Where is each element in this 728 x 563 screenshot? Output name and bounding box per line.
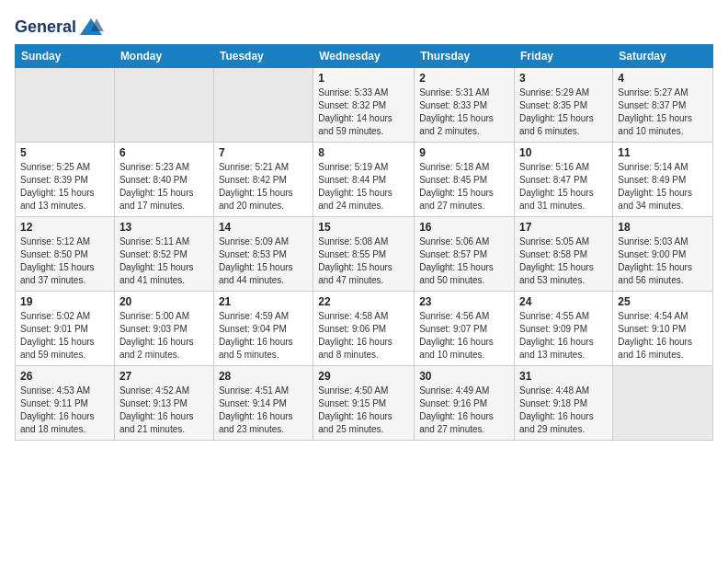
- day-number: 27: [119, 370, 209, 383]
- calendar-cell: 20Sunrise: 5:00 AMSunset: 9:03 PMDayligh…: [114, 292, 213, 366]
- weekday-header-thursday: Thursday: [415, 45, 515, 68]
- calendar-cell: 6Sunrise: 5:23 AMSunset: 8:40 PMDaylight…: [114, 143, 213, 217]
- day-info: Sunrise: 5:23 AMSunset: 8:40 PMDaylight:…: [119, 161, 209, 213]
- day-info: Sunrise: 4:50 AMSunset: 9:15 PMDaylight:…: [318, 385, 409, 436]
- day-info: Sunrise: 4:52 AMSunset: 9:13 PMDaylight:…: [119, 385, 209, 436]
- calendar-cell: 12Sunrise: 5:12 AMSunset: 8:50 PMDayligh…: [16, 217, 115, 292]
- calendar-cell: 4Sunrise: 5:27 AMSunset: 8:37 PMDaylight…: [613, 68, 713, 143]
- day-info: Sunrise: 5:33 AMSunset: 8:32 PMDaylight:…: [318, 86, 409, 138]
- day-info: Sunrise: 5:14 AMSunset: 8:49 PMDaylight:…: [618, 161, 708, 213]
- day-number: 5: [20, 146, 109, 159]
- calendar-cell: 16Sunrise: 5:06 AMSunset: 8:57 PMDayligh…: [415, 217, 515, 292]
- day-info: Sunrise: 5:27 AMSunset: 8:37 PMDaylight:…: [618, 86, 708, 138]
- day-info: Sunrise: 5:12 AMSunset: 8:50 PMDaylight:…: [20, 236, 109, 287]
- day-number: 3: [519, 72, 608, 85]
- day-number: 14: [219, 221, 308, 234]
- day-info: Sunrise: 4:53 AMSunset: 9:11 PMDaylight:…: [20, 385, 109, 436]
- day-info: Sunrise: 5:16 AMSunset: 8:47 PMDaylight:…: [519, 161, 608, 213]
- day-number: 19: [20, 295, 109, 308]
- weekday-header-tuesday: Tuesday: [213, 45, 313, 68]
- day-info: Sunrise: 5:00 AMSunset: 9:03 PMDaylight:…: [119, 310, 209, 362]
- day-info: Sunrise: 5:09 AMSunset: 8:53 PMDaylight:…: [219, 236, 308, 287]
- calendar-cell: 18Sunrise: 5:03 AMSunset: 9:00 PMDayligh…: [613, 217, 713, 292]
- day-info: Sunrise: 5:18 AMSunset: 8:45 PMDaylight:…: [419, 161, 509, 213]
- day-info: Sunrise: 4:58 AMSunset: 9:06 PMDaylight:…: [318, 310, 409, 362]
- day-number: 28: [219, 370, 308, 383]
- calendar-cell: 15Sunrise: 5:08 AMSunset: 8:55 PMDayligh…: [313, 217, 415, 292]
- day-info: Sunrise: 5:05 AMSunset: 8:58 PMDaylight:…: [519, 236, 608, 287]
- calendar-cell: 31Sunrise: 4:48 AMSunset: 9:18 PMDayligh…: [515, 366, 613, 441]
- day-info: Sunrise: 4:51 AMSunset: 9:14 PMDaylight:…: [219, 385, 308, 436]
- day-info: Sunrise: 5:19 AMSunset: 8:44 PMDaylight:…: [318, 161, 409, 213]
- day-number: 29: [318, 370, 409, 383]
- calendar-cell: 28Sunrise: 4:51 AMSunset: 9:14 PMDayligh…: [213, 366, 313, 441]
- calendar-cell: 3Sunrise: 5:29 AMSunset: 8:35 PMDaylight…: [515, 68, 613, 143]
- day-number: 24: [519, 295, 608, 308]
- day-info: Sunrise: 5:06 AMSunset: 8:57 PMDaylight:…: [419, 236, 509, 287]
- day-info: Sunrise: 4:48 AMSunset: 9:18 PMDaylight:…: [519, 385, 608, 436]
- calendar-cell: 21Sunrise: 4:59 AMSunset: 9:04 PMDayligh…: [213, 292, 313, 366]
- day-number: 31: [519, 370, 608, 383]
- calendar-cell: 19Sunrise: 5:02 AMSunset: 9:01 PMDayligh…: [16, 292, 115, 366]
- calendar-cell: 13Sunrise: 5:11 AMSunset: 8:52 PMDayligh…: [114, 217, 213, 292]
- calendar-cell: 1Sunrise: 5:33 AMSunset: 8:32 PMDaylight…: [313, 68, 415, 143]
- calendar-cell: [613, 366, 713, 441]
- weekday-header-wednesday: Wednesday: [313, 45, 415, 68]
- day-number: 7: [219, 146, 308, 159]
- calendar-cell: 24Sunrise: 4:55 AMSunset: 9:09 PMDayligh…: [515, 292, 613, 366]
- calendar-cell: 11Sunrise: 5:14 AMSunset: 8:49 PMDayligh…: [613, 143, 713, 217]
- day-number: 1: [318, 72, 409, 85]
- day-number: 9: [419, 146, 509, 159]
- day-number: 10: [519, 146, 608, 159]
- day-info: Sunrise: 4:55 AMSunset: 9:09 PMDaylight:…: [519, 310, 608, 362]
- day-info: Sunrise: 4:49 AMSunset: 9:16 PMDaylight:…: [419, 385, 509, 436]
- day-number: 26: [20, 370, 109, 383]
- calendar-cell: 27Sunrise: 4:52 AMSunset: 9:13 PMDayligh…: [114, 366, 213, 441]
- calendar-cell: 30Sunrise: 4:49 AMSunset: 9:16 PMDayligh…: [415, 366, 515, 441]
- calendar-table: SundayMondayTuesdayWednesdayThursdayFrid…: [15, 44, 713, 441]
- day-number: 30: [419, 370, 509, 383]
- day-number: 13: [119, 221, 209, 234]
- day-number: 17: [519, 221, 608, 234]
- day-number: 12: [20, 221, 109, 234]
- day-number: 18: [618, 221, 708, 234]
- day-info: Sunrise: 5:08 AMSunset: 8:55 PMDaylight:…: [318, 236, 409, 287]
- day-number: 16: [419, 221, 509, 234]
- weekday-header-monday: Monday: [114, 45, 213, 68]
- calendar-cell: 26Sunrise: 4:53 AMSunset: 9:11 PMDayligh…: [16, 366, 115, 441]
- day-number: 25: [618, 295, 708, 308]
- day-info: Sunrise: 5:21 AMSunset: 8:42 PMDaylight:…: [219, 161, 308, 213]
- calendar-cell: 25Sunrise: 4:54 AMSunset: 9:10 PMDayligh…: [613, 292, 713, 366]
- day-info: Sunrise: 5:31 AMSunset: 8:33 PMDaylight:…: [419, 86, 509, 138]
- day-number: 20: [119, 295, 209, 308]
- day-number: 11: [618, 146, 708, 159]
- day-info: Sunrise: 4:59 AMSunset: 9:04 PMDaylight:…: [219, 310, 308, 362]
- page-header: General: [15, 15, 713, 37]
- day-number: 22: [318, 295, 409, 308]
- day-info: Sunrise: 4:54 AMSunset: 9:10 PMDaylight:…: [618, 310, 708, 362]
- day-number: 4: [618, 72, 708, 85]
- calendar-cell: 9Sunrise: 5:18 AMSunset: 8:45 PMDaylight…: [415, 143, 515, 217]
- day-number: 23: [419, 295, 509, 308]
- day-number: 21: [219, 295, 308, 308]
- calendar-cell: 2Sunrise: 5:31 AMSunset: 8:33 PMDaylight…: [415, 68, 515, 143]
- day-info: Sunrise: 4:56 AMSunset: 9:07 PMDaylight:…: [419, 310, 509, 362]
- day-info: Sunrise: 5:02 AMSunset: 9:01 PMDaylight:…: [20, 310, 109, 362]
- calendar-cell: [16, 68, 115, 143]
- calendar-cell: [114, 68, 213, 143]
- logo-text: General: [15, 15, 106, 40]
- day-number: 2: [419, 72, 509, 85]
- calendar-cell: 22Sunrise: 4:58 AMSunset: 9:06 PMDayligh…: [313, 292, 415, 366]
- weekday-header-saturday: Saturday: [613, 45, 713, 68]
- calendar-cell: 7Sunrise: 5:21 AMSunset: 8:42 PMDaylight…: [213, 143, 313, 217]
- calendar-cell: 8Sunrise: 5:19 AMSunset: 8:44 PMDaylight…: [313, 143, 415, 217]
- calendar-cell: 29Sunrise: 4:50 AMSunset: 9:15 PMDayligh…: [313, 366, 415, 441]
- day-info: Sunrise: 5:29 AMSunset: 8:35 PMDaylight:…: [519, 86, 608, 138]
- weekday-header-sunday: Sunday: [16, 45, 115, 68]
- day-info: Sunrise: 5:25 AMSunset: 8:39 PMDaylight:…: [20, 161, 109, 213]
- logo: General: [15, 15, 106, 37]
- day-number: 8: [318, 146, 409, 159]
- day-number: 15: [318, 221, 409, 234]
- calendar-cell: 5Sunrise: 5:25 AMSunset: 8:39 PMDaylight…: [16, 143, 115, 217]
- day-info: Sunrise: 5:03 AMSunset: 9:00 PMDaylight:…: [618, 236, 708, 287]
